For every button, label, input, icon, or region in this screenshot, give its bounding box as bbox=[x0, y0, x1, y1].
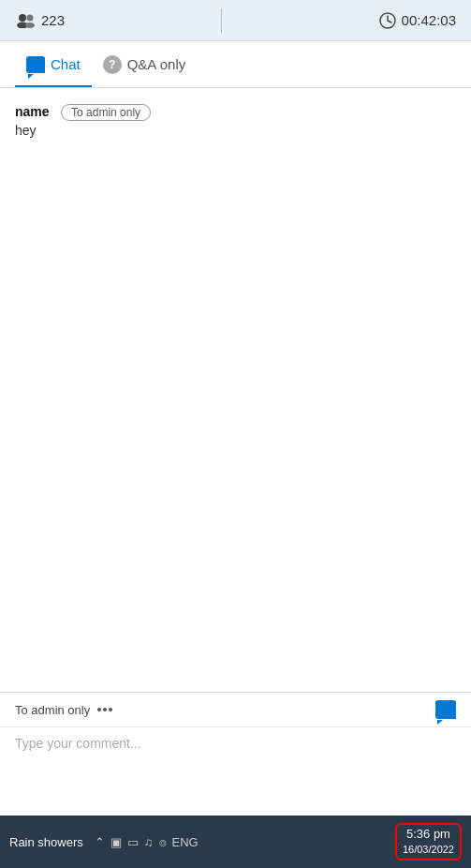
more-options-button[interactable] bbox=[97, 708, 112, 711]
people-icon bbox=[15, 13, 36, 28]
svg-point-3 bbox=[25, 22, 35, 28]
speaker-icon[interactable]: ♫ bbox=[144, 835, 154, 849]
tab-chat[interactable]: Chat bbox=[15, 41, 92, 87]
weather-label: Rain showers bbox=[9, 835, 83, 849]
message-author: name bbox=[15, 104, 50, 119]
keyboard-icon[interactable]: ▭ bbox=[127, 835, 139, 849]
timer-value: 00:42:03 bbox=[402, 12, 456, 28]
tab-qa-label: Q&A only bbox=[127, 56, 186, 72]
dot3 bbox=[109, 708, 112, 711]
svg-line-6 bbox=[388, 21, 391, 22]
bottom-input-area: To admin only Type your comment... bbox=[0, 692, 471, 763]
participants-info: 223 bbox=[15, 12, 65, 28]
tabs-bar: Chat ? Q&A only bbox=[0, 41, 471, 88]
dot2 bbox=[103, 708, 107, 711]
qa-tab-icon: ? bbox=[103, 55, 122, 74]
chat-send-icon[interactable] bbox=[435, 700, 456, 719]
svg-point-2 bbox=[27, 14, 34, 21]
tab-qa[interactable]: ? Q&A only bbox=[92, 41, 198, 87]
taskbar-time-value: 5:36 pm bbox=[403, 827, 454, 843]
monitor-icon[interactable]: ▣ bbox=[110, 835, 122, 849]
taskbar-date-value: 16/03/2022 bbox=[403, 843, 454, 856]
message-row: name To admin only hey bbox=[15, 103, 456, 138]
message-body: hey bbox=[15, 123, 151, 138]
timer-display: 00:42:03 bbox=[379, 12, 456, 29]
taskbar: Rain showers ⌃ ▣ ▭ ♫ ⌾ ENG 5:36 pm 16/03… bbox=[0, 816, 471, 868]
chat-tab-icon bbox=[26, 56, 45, 73]
participants-count: 223 bbox=[41, 12, 65, 28]
svg-point-0 bbox=[19, 14, 26, 22]
dot1 bbox=[97, 708, 101, 711]
message-header: name To admin only hey bbox=[15, 103, 151, 138]
top-bar: 223 00:42:03 bbox=[0, 0, 471, 41]
tab-chat-label: Chat bbox=[51, 56, 81, 72]
clock-icon bbox=[379, 12, 396, 29]
comment-input-area[interactable]: Type your comment... bbox=[0, 726, 471, 763]
lang-label[interactable]: ENG bbox=[172, 835, 199, 849]
wifi-icon[interactable]: ⌾ bbox=[159, 835, 167, 849]
taskbar-icons: ⌃ ▣ ▭ ♫ ⌾ ENG bbox=[95, 835, 199, 849]
comment-placeholder: Type your comment... bbox=[15, 736, 141, 751]
bottom-toolbar: To admin only bbox=[0, 693, 471, 726]
admin-only-badge: To admin only bbox=[61, 104, 151, 121]
caret-up-icon[interactable]: ⌃ bbox=[95, 835, 105, 849]
main-area: name To admin only hey To admin only Typ… bbox=[0, 88, 471, 816]
taskbar-datetime[interactable]: 5:36 pm 16/03/2022 bbox=[395, 823, 462, 860]
admin-only-toolbar-label: To admin only bbox=[15, 703, 90, 717]
